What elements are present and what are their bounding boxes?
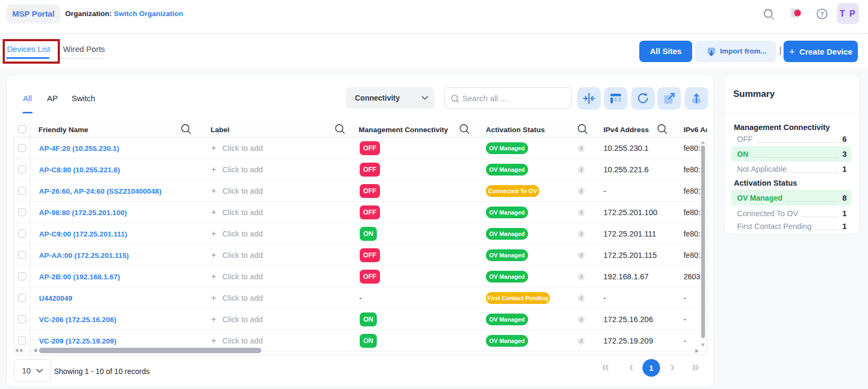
svg-text:?: ? xyxy=(820,11,824,18)
